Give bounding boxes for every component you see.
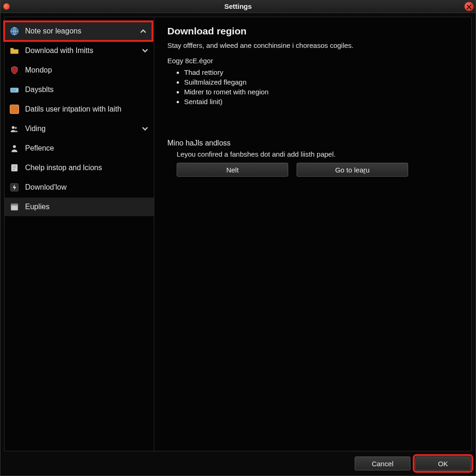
svg-rect-9 xyxy=(11,204,18,206)
sidebar-item-download-with-imitts[interactable]: Download with Imitts xyxy=(5,41,154,60)
go-to-learu-button[interactable]: Go to learu xyxy=(297,163,408,177)
sidebar-item-chelp-instop[interactable]: Chelp instop and lcions xyxy=(5,159,154,177)
drive-icon xyxy=(9,85,20,95)
button-row: Nelt Go to learu xyxy=(177,163,458,177)
sidebar-item-note-sor-leagons[interactable]: Note sor leagons xyxy=(5,22,152,40)
list-item: Thad rettiory xyxy=(184,67,458,77)
sidebar-item-peflence[interactable]: Peflence xyxy=(5,139,154,158)
sidebar-item-datils-user-intpation[interactable]: Datils user intpation with laith xyxy=(5,100,154,119)
body-area: Note sor leagons Download with Imitts xyxy=(4,17,472,451)
sidebar-item-mondop[interactable]: Mondop xyxy=(5,61,154,79)
nelt-button[interactable]: Nelt xyxy=(177,163,288,177)
list-item: Sentaid linit) xyxy=(184,97,458,106)
bolt-icon xyxy=(9,182,20,192)
shield-icon xyxy=(9,65,20,75)
sidebar-item-label: Mondop xyxy=(25,66,149,74)
sidebar-item-label: Daysblts xyxy=(25,86,149,94)
sidebar-item-label: Peflence xyxy=(25,144,149,152)
button-label: Go to learu xyxy=(335,166,370,174)
folder-icon xyxy=(9,46,20,56)
section-title: Mino haJls andloss xyxy=(167,139,458,147)
cancel-button[interactable]: Cancel xyxy=(355,456,410,470)
sidebar-item-viding[interactable]: Viding xyxy=(5,119,154,138)
bullet-list: Thad rettiory Suiltmlaized flegagn Midre… xyxy=(167,67,458,106)
person-icon xyxy=(9,143,20,153)
calendar-icon xyxy=(9,202,20,212)
sidebar-item-downlodlow[interactable]: Downlod'low xyxy=(5,178,154,197)
globe-icon xyxy=(9,26,20,36)
button-label: Nelt xyxy=(226,166,239,174)
list-item: Suiltmlaized flegagn xyxy=(184,77,458,87)
svg-point-4 xyxy=(14,127,17,129)
main-content: Download region Stay offfers, and wleed … xyxy=(154,17,471,451)
sidebar-item-label: Chelp instop and lcions xyxy=(25,164,149,172)
svg-point-2 xyxy=(16,90,17,91)
sidebar-item-label: Downlod'low xyxy=(25,183,149,192)
footer: Cancel OK xyxy=(0,451,476,476)
chevron-down-icon xyxy=(141,125,149,133)
chevron-up-icon xyxy=(139,27,147,35)
group-label: Eogy 8cE.égor xyxy=(167,57,458,65)
settings-window: Settings Note sor leagons xyxy=(0,0,476,476)
sidebar-item-daysblts[interactable]: Daysblts xyxy=(5,80,154,99)
list-item: Midrer to romet with negion xyxy=(184,87,458,97)
sidebar: Note sor leagons Download with Imitts xyxy=(5,17,154,451)
sidebar-item-label: Note sor leagons xyxy=(25,27,139,35)
svg-point-5 xyxy=(13,145,16,148)
button-label: Cancel xyxy=(372,460,394,468)
sidebar-item-euplies[interactable]: Euplies xyxy=(5,198,154,216)
window-title: Settings xyxy=(0,2,476,10)
square-icon xyxy=(9,104,20,114)
close-icon xyxy=(467,3,471,11)
ok-button[interactable]: OK xyxy=(415,456,471,470)
svg-point-3 xyxy=(12,126,14,129)
sidebar-item-label: Datils user intpation with laith xyxy=(25,105,149,113)
chevron-down-icon xyxy=(141,46,149,55)
users-icon xyxy=(9,124,20,134)
sidebar-item-label: Euplies xyxy=(25,203,149,211)
note-icon xyxy=(9,163,20,173)
page-description: Stay offfers, and wleed ane conchinsine … xyxy=(167,41,458,49)
page-title: Download region xyxy=(167,26,458,37)
button-label: OK xyxy=(438,460,448,468)
window-close-button[interactable] xyxy=(464,2,474,11)
section-description: Leyou confired a fanbshes dot andi add l… xyxy=(177,150,458,158)
sidebar-item-label: Download with Imitts xyxy=(25,46,141,55)
titlebar: Settings xyxy=(0,0,476,13)
sidebar-item-label: Viding xyxy=(25,125,141,133)
